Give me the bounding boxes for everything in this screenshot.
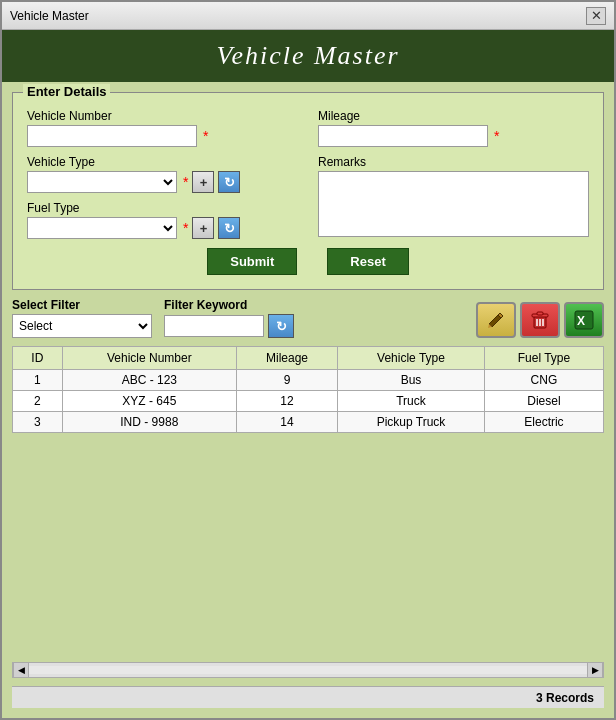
filter-keyword-group: Filter Keyword ↻	[164, 298, 294, 338]
filter-refresh-button[interactable]: ↻	[268, 314, 294, 338]
mileage-row: *	[318, 125, 589, 147]
scroll-right-button[interactable]: ▶	[587, 662, 603, 678]
header-row: ID Vehicle Number Mileage Vehicle Type F…	[13, 347, 604, 370]
table-body: 1ABC - 1239BusCNG2XYZ - 64512TruckDiesel…	[13, 370, 604, 433]
fuel-type-refresh-button[interactable]: ↻	[218, 217, 240, 239]
submit-button[interactable]: Submit	[207, 248, 297, 275]
excel-button[interactable]: X	[564, 302, 604, 338]
cell-vehicle_number: XYZ - 645	[62, 391, 236, 412]
filter-keyword-label: Filter Keyword	[164, 298, 294, 312]
vehicle-type-label: Vehicle Type	[27, 155, 298, 169]
filter-row: Select Filter Select ID Vehicle Number M…	[12, 298, 604, 338]
vehicle-number-field: Vehicle Number *	[27, 109, 298, 147]
cell-vehicle_type: Truck	[338, 391, 485, 412]
pencil-icon	[486, 310, 506, 330]
form-left: Vehicle Number * Vehicle Type Bus	[27, 109, 298, 240]
vehicle-number-input[interactable]	[27, 125, 197, 147]
action-icons: X	[476, 302, 604, 338]
scroll-left-button[interactable]: ◀	[13, 662, 29, 678]
col-fuel-type: Fuel Type	[484, 347, 603, 370]
vehicle-number-row: *	[27, 125, 298, 147]
edit-button[interactable]	[476, 302, 516, 338]
table-wrapper: ID Vehicle Number Mileage Vehicle Type F…	[12, 346, 604, 654]
main-window: Vehicle Master ✕ Vehicle Master Enter De…	[0, 0, 616, 720]
svg-rect-2	[537, 312, 543, 315]
select-filter-label: Select Filter	[12, 298, 152, 312]
title-bar: Vehicle Master ✕	[2, 2, 614, 30]
delete-button[interactable]	[520, 302, 560, 338]
excel-icon: X	[573, 309, 595, 331]
vehicle-type-row: Bus Truck Pickup Truck * + ↻	[27, 171, 298, 193]
vehicle-type-select[interactable]: Bus Truck Pickup Truck	[27, 171, 177, 193]
fuel-type-select[interactable]: CNG Diesel Electric	[27, 217, 177, 239]
vehicle-number-required: *	[203, 128, 208, 144]
mileage-label: Mileage	[318, 109, 589, 123]
vehicle-type-add-button[interactable]: +	[192, 171, 214, 193]
svg-text:X: X	[577, 314, 585, 328]
fuel-type-row: CNG Diesel Electric * + ↻	[27, 217, 298, 239]
cell-vehicle_type: Pickup Truck	[338, 412, 485, 433]
col-vehicle-type: Vehicle Type	[338, 347, 485, 370]
cell-id: 1	[13, 370, 63, 391]
submit-row: Submit Reset	[27, 248, 589, 275]
records-count: 3 Records	[536, 691, 594, 705]
form-right: Mileage * Remarks	[318, 109, 589, 240]
box-legend: Enter Details	[23, 84, 110, 99]
cell-id: 3	[13, 412, 63, 433]
cell-mileage: 9	[236, 370, 337, 391]
vehicle-type-refresh-button[interactable]: ↻	[218, 171, 240, 193]
mileage-required: *	[494, 128, 499, 144]
filter-keyword-input[interactable]	[164, 315, 264, 337]
mileage-field: Mileage *	[318, 109, 589, 147]
fuel-type-field: Fuel Type CNG Diesel Electric * + ↻	[27, 201, 298, 239]
col-mileage: Mileage	[236, 347, 337, 370]
cell-mileage: 14	[236, 412, 337, 433]
vehicle-number-label: Vehicle Number	[27, 109, 298, 123]
select-filter-dropdown[interactable]: Select ID Vehicle Number Mileage Vehicle…	[12, 314, 152, 338]
cell-mileage: 12	[236, 391, 337, 412]
col-vehicle-number: Vehicle Number	[62, 347, 236, 370]
fuel-type-add-button[interactable]: +	[192, 217, 214, 239]
vehicle-type-required: *	[183, 174, 188, 190]
table-row[interactable]: 1ABC - 1239BusCNG	[13, 370, 604, 391]
records-bar: 3 Records	[12, 686, 604, 708]
table-row[interactable]: 3IND - 998814Pickup TruckElectric	[13, 412, 604, 433]
horizontal-scrollbar[interactable]: ◀ ▶	[12, 662, 604, 678]
reset-button[interactable]: Reset	[327, 248, 408, 275]
remarks-label: Remarks	[318, 155, 589, 169]
data-table: ID Vehicle Number Mileage Vehicle Type F…	[12, 346, 604, 433]
col-id: ID	[13, 347, 63, 370]
table-row[interactable]: 2XYZ - 64512TruckDiesel	[13, 391, 604, 412]
fuel-type-required: *	[183, 220, 188, 236]
enter-details-box: Enter Details Vehicle Number * Vehicle	[12, 92, 604, 290]
form-grid: Vehicle Number * Vehicle Type Bus	[27, 109, 589, 240]
table-header: ID Vehicle Number Mileage Vehicle Type F…	[13, 347, 604, 370]
main-content: Enter Details Vehicle Number * Vehicle	[2, 82, 614, 718]
trash-icon	[529, 309, 551, 331]
select-filter-group: Select Filter Select ID Vehicle Number M…	[12, 298, 152, 338]
scroll-track[interactable]	[29, 666, 587, 674]
cell-vehicle_number: ABC - 123	[62, 370, 236, 391]
filter-input-row: ↻	[164, 314, 294, 338]
cell-fuel_type: CNG	[484, 370, 603, 391]
header-banner: Vehicle Master	[2, 30, 614, 82]
cell-vehicle_type: Bus	[338, 370, 485, 391]
vehicle-type-field: Vehicle Type Bus Truck Pickup Truck * + …	[27, 155, 298, 193]
cell-vehicle_number: IND - 9988	[62, 412, 236, 433]
header-title: Vehicle Master	[216, 41, 399, 71]
mileage-input[interactable]	[318, 125, 488, 147]
cell-fuel_type: Diesel	[484, 391, 603, 412]
cell-id: 2	[13, 391, 63, 412]
remarks-textarea[interactable]	[318, 171, 589, 237]
cell-fuel_type: Electric	[484, 412, 603, 433]
remarks-field: Remarks	[318, 155, 589, 240]
fuel-type-label: Fuel Type	[27, 201, 298, 215]
window-title: Vehicle Master	[10, 9, 89, 23]
close-button[interactable]: ✕	[586, 7, 606, 25]
